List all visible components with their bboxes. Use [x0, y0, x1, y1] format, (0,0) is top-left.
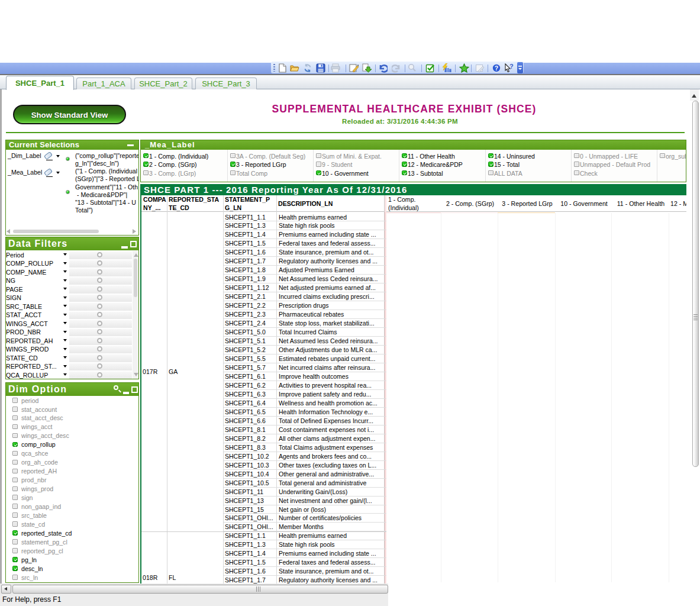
svg-text:?: ?: [495, 65, 498, 72]
